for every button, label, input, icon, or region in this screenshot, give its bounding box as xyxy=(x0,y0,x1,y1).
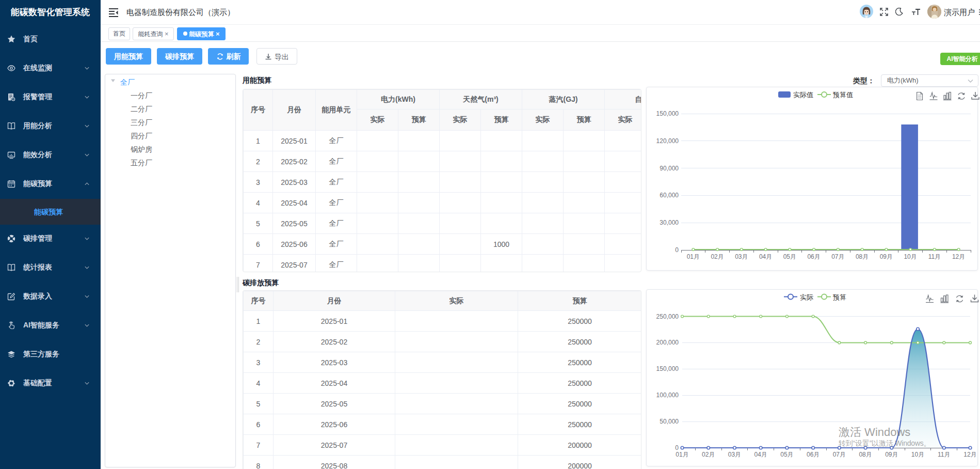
svg-text:实际值: 实际值 xyxy=(793,91,813,99)
svg-text:03月: 03月 xyxy=(735,253,748,260)
svg-text:03月: 03月 xyxy=(728,451,741,458)
svg-text:05月: 05月 xyxy=(780,451,793,458)
svg-text:50,000: 50,000 xyxy=(660,418,679,425)
svg-text:02月: 02月 xyxy=(711,253,724,260)
svg-text:100,000: 100,000 xyxy=(656,392,679,399)
svg-text:11月: 11月 xyxy=(938,451,950,458)
svg-text:30,000: 30,000 xyxy=(660,219,679,226)
svg-text:08月: 08月 xyxy=(859,451,872,458)
svg-text:02月: 02月 xyxy=(702,451,715,458)
svg-text:10月: 10月 xyxy=(904,253,917,260)
svg-text:12月: 12月 xyxy=(963,451,976,458)
svg-text:06月: 06月 xyxy=(807,451,820,458)
svg-text:150,000: 150,000 xyxy=(656,365,679,372)
svg-text:05月: 05月 xyxy=(783,253,796,260)
svg-text:0: 0 xyxy=(675,246,679,254)
svg-text:200,000: 200,000 xyxy=(656,339,679,346)
svg-text:07月: 07月 xyxy=(831,253,844,260)
svg-text:12月: 12月 xyxy=(952,253,965,260)
svg-text:09月: 09月 xyxy=(880,253,893,260)
svg-text:09月: 09月 xyxy=(885,451,898,458)
svg-text:01月: 01月 xyxy=(676,451,688,458)
svg-text:11月: 11月 xyxy=(928,253,941,260)
svg-text:04月: 04月 xyxy=(754,451,767,458)
svg-text:预算值: 预算值 xyxy=(832,91,853,99)
svg-text:预算: 预算 xyxy=(832,293,846,301)
svg-text:0: 0 xyxy=(675,444,679,451)
svg-text:06月: 06月 xyxy=(807,253,820,260)
svg-text:10月: 10月 xyxy=(911,451,924,458)
svg-text:60,000: 60,000 xyxy=(660,192,679,199)
svg-text:08月: 08月 xyxy=(856,253,869,260)
svg-text:250,000: 250,000 xyxy=(656,313,679,320)
svg-text:90,000: 90,000 xyxy=(660,165,679,172)
svg-text:07月: 07月 xyxy=(833,451,846,458)
svg-text:01月: 01月 xyxy=(687,253,700,260)
svg-text:150,000: 150,000 xyxy=(656,110,679,117)
svg-text:04月: 04月 xyxy=(759,253,772,260)
svg-text:120,000: 120,000 xyxy=(656,137,679,145)
svg-text:实际: 实际 xyxy=(800,293,813,301)
